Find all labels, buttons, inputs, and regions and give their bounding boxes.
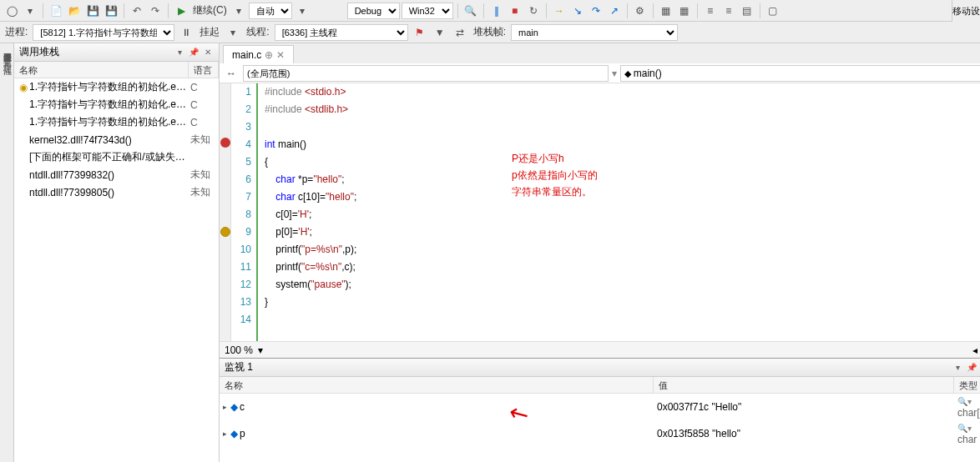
- annotation: P还是小写h p依然是指向小写的 字符串常量区的。: [512, 150, 598, 200]
- main-toolbar: ◯ ▾ 📄 📂 💾 💾 ↶ ↷ ▶ 继续(C) ▾ 自动 ▾ Debug Win…: [0, 0, 980, 22]
- solution-config-combo[interactable]: Debug: [347, 3, 400, 19]
- step-out-icon[interactable]: ↗: [606, 3, 623, 19]
- left-sidebar: 服务器资源管理器 工具箱 属性: [0, 43, 14, 462]
- code-line[interactable]: printf("p=%s\n",p);: [265, 241, 980, 259]
- comment-icon[interactable]: ≡: [702, 3, 719, 19]
- restart-icon[interactable]: ↻: [525, 3, 542, 19]
- col-lang[interactable]: 语言: [189, 62, 219, 78]
- editor-tab[interactable]: main.c ⊕ ✕: [223, 45, 294, 63]
- save-all-icon[interactable]: 💾: [103, 3, 119, 19]
- continue-label[interactable]: 继续(C): [191, 3, 229, 18]
- callstack-row[interactable]: [下面的框架可能不正确和/或缺失，没有为: [14, 148, 219, 166]
- find-icon[interactable]: 🔍: [462, 3, 479, 19]
- close-icon[interactable]: ✕: [202, 47, 214, 58]
- config-combo[interactable]: 自动: [249, 3, 292, 19]
- watch-pane: 监视 1 ▾ 📌 ✕ 名称 值 类型 ▸◆ c0x0037f71c "Hello…: [220, 358, 980, 462]
- editor-tab-bar: main.c ⊕ ✕: [220, 43, 980, 63]
- code-line[interactable]: int main(): [265, 136, 980, 153]
- callstack-row[interactable]: ntdll.dll!77399805()未知: [14, 183, 219, 201]
- scope-bar: ↔ (全局范围) ▾ ◆ main() ▾: [220, 63, 980, 83]
- stop-icon[interactable]: ■: [507, 3, 523, 19]
- filter-icon[interactable]: ▼: [432, 24, 448, 41]
- nav-icon[interactable]: ↔: [223, 65, 240, 82]
- code-editor[interactable]: 1234567891011121314 #include <stdio.h>#i…: [220, 83, 980, 341]
- open-icon[interactable]: 📂: [66, 3, 83, 19]
- process-bar: 进程: [5812] 1.字符指针与字符数组的初… ⏸ 挂起 ▾ 线程: [63…: [0, 22, 980, 43]
- thread-combo[interactable]: [6336] 主线程: [275, 24, 408, 41]
- swap-icon[interactable]: ⇄: [452, 24, 468, 41]
- stackframe-combo[interactable]: main: [511, 24, 678, 41]
- dropdown-icon[interactable]: ▾: [258, 344, 263, 356]
- platform-combo[interactable]: Win32: [402, 3, 453, 19]
- callstack-list[interactable]: ◉1.字符指针与字符数组的初始化.exe!main(..C1.字符指针与字符数组…: [14, 78, 219, 462]
- scope-global-combo[interactable]: (全局范围): [243, 65, 609, 82]
- step-into-icon[interactable]: ↘: [569, 3, 586, 19]
- callstack-title: 调用堆栈: [19, 45, 59, 59]
- suspend-label[interactable]: 挂起: [198, 25, 221, 39]
- code-line[interactable]: p[0]='H';: [265, 223, 980, 241]
- tool-icon[interactable]: ▦: [658, 3, 674, 19]
- dropdown-icon[interactable]: ▾: [230, 3, 247, 19]
- callstack-row[interactable]: ◉1.字符指针与字符数组的初始化.exe!main(..C: [14, 78, 219, 96]
- pin-icon[interactable]: ⊕: [265, 49, 273, 61]
- pin-icon[interactable]: 📌: [188, 47, 200, 58]
- right-dock-tab[interactable]: 移动设: [952, 0, 980, 22]
- undo-icon[interactable]: ↶: [129, 3, 145, 19]
- code-line[interactable]: char *p="hello";: [265, 171, 980, 188]
- pin-icon[interactable]: 📌: [966, 362, 977, 374]
- continue-icon[interactable]: ▶: [173, 3, 189, 19]
- watch-list[interactable]: ▸◆ c0x0037f71c "Hello"🔍▾ char[10]▸◆ p0x0…: [220, 394, 980, 462]
- dropdown-icon[interactable]: ▾: [174, 47, 185, 58]
- tool-icon[interactable]: ▦: [676, 3, 693, 19]
- stackframe-label: 堆栈帧:: [472, 25, 508, 39]
- callstack-row[interactable]: 1.字符指针与字符数组的初始化.exe!_tmain(..C: [14, 96, 219, 113]
- code-line[interactable]: #include <stdlib.h>: [265, 101, 980, 118]
- callstack-pane: 调用堆栈 ▾ 📌 ✕ 名称 语言 ◉1.字符指针与字符数组的初始化.exe!ma…: [14, 43, 220, 462]
- col-value[interactable]: 值: [654, 377, 954, 393]
- step-over-icon[interactable]: ↷: [588, 3, 604, 19]
- callstack-row[interactable]: ntdll.dll!77399832()未知: [14, 166, 219, 183]
- process-label: 进程:: [3, 25, 29, 39]
- col-name[interactable]: 名称: [220, 377, 654, 393]
- code-line[interactable]: system("pause");: [265, 276, 980, 294]
- save-icon[interactable]: 💾: [84, 3, 101, 19]
- col-type[interactable]: 类型: [954, 377, 980, 393]
- code-line[interactable]: {: [265, 153, 980, 171]
- pause-icon[interactable]: ‖: [488, 3, 505, 19]
- hex-icon[interactable]: ⚙: [632, 3, 649, 19]
- watch-row[interactable]: ▸◆ c0x0037f71c "Hello"🔍▾ char[10]: [220, 394, 980, 420]
- code-line[interactable]: char c[10]="hello";: [265, 188, 980, 206]
- split-icon[interactable]: ◂: [972, 344, 977, 356]
- show-next-icon[interactable]: →: [551, 3, 568, 19]
- dropdown-icon[interactable]: ▾: [294, 3, 311, 19]
- flag-icon[interactable]: ⚑: [412, 24, 428, 41]
- code-line[interactable]: c[0]='H';: [265, 206, 980, 223]
- scope-func-combo[interactable]: ◆ main(): [620, 65, 980, 82]
- watch-title: 监视 1: [225, 360, 253, 374]
- callstack-row[interactable]: kernel32.dll!74f7343d()未知: [14, 131, 219, 148]
- watch-row[interactable]: ▸◆ p0x013f5858 "hello"🔍▾ char *: [220, 420, 980, 447]
- process-combo[interactable]: [5812] 1.字符指针与字符数组的初…: [33, 24, 174, 41]
- code-line[interactable]: [265, 311, 980, 329]
- code-line[interactable]: #include <stdio.h>: [265, 83, 980, 101]
- dropdown-icon[interactable]: ▾: [952, 362, 963, 374]
- bookmark-icon[interactable]: ▤: [739, 3, 755, 19]
- code-line[interactable]: }: [265, 294, 980, 311]
- code-line[interactable]: [265, 118, 980, 136]
- close-icon[interactable]: ✕: [276, 49, 285, 61]
- file-tab-label: main.c: [232, 49, 261, 61]
- nav-fwd-icon[interactable]: ▾: [22, 3, 38, 19]
- new-file-icon[interactable]: 📄: [48, 3, 64, 19]
- uncomment-icon[interactable]: ≡: [720, 3, 737, 19]
- col-name[interactable]: 名称: [14, 62, 189, 78]
- window-icon[interactable]: ▢: [765, 3, 781, 19]
- redo-icon[interactable]: ↷: [147, 3, 164, 19]
- suspend-icon[interactable]: ⏸: [178, 24, 194, 41]
- zoom-level[interactable]: 100 %: [225, 344, 253, 356]
- dropdown-icon[interactable]: ▾: [225, 24, 241, 41]
- thread-label: 线程:: [245, 25, 270, 39]
- nav-back-icon[interactable]: ◯: [3, 3, 20, 19]
- callstack-row[interactable]: 1.字符指针与字符数组的初始化.exe!mainC..C: [14, 113, 219, 131]
- code-line[interactable]: printf("c=%s\n",c);: [265, 259, 980, 276]
